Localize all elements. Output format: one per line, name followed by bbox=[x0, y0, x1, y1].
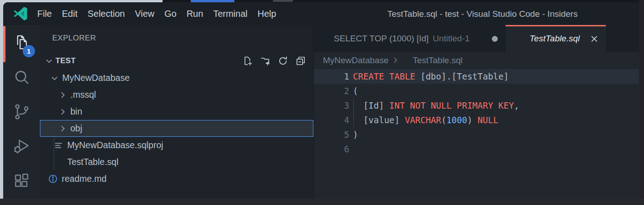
line-number: 1 bbox=[314, 71, 349, 81]
database-icon bbox=[517, 35, 525, 43]
vscode-window: File Edit Selection View Go Run Terminal… bbox=[3, 2, 639, 199]
line-number: 6 bbox=[314, 144, 349, 154]
sqlproj-file-icon bbox=[54, 141, 63, 150]
code-line-3: 3 [Id] INT NOT NULL PRIMARY KEY, bbox=[314, 98, 639, 113]
tree-item-label: .mssql bbox=[70, 90, 96, 100]
close-icon[interactable] bbox=[590, 35, 599, 43]
chevron-right-icon bbox=[58, 107, 67, 116]
code-line-1: 1 CREATE TABLE [dbo].[TestTable] bbox=[314, 69, 639, 84]
chevron-right-icon bbox=[392, 57, 399, 64]
workbench: 1 bbox=[3, 25, 639, 199]
code-text: ) bbox=[349, 130, 358, 140]
tree-item-sqlproj[interactable]: MyNewDatabase.sqlproj bbox=[40, 137, 313, 154]
tab-label: SELECT TOP (1000) [Id] bbox=[334, 34, 429, 44]
menu-item-file[interactable]: File bbox=[32, 2, 57, 25]
code-text: ( bbox=[349, 86, 358, 96]
workspace-section-header[interactable]: TEST bbox=[40, 52, 313, 70]
line-number: 2 bbox=[314, 86, 349, 96]
background-right-strip bbox=[639, 0, 644, 205]
menu-item-go[interactable]: Go bbox=[159, 2, 182, 25]
file-tree: MyNewDatabase .mssql bin bbox=[40, 70, 313, 187]
info-icon bbox=[48, 174, 58, 184]
database-icon bbox=[402, 56, 410, 64]
chevron-right-icon bbox=[58, 90, 67, 100]
background-bottom-strip bbox=[0, 199, 644, 205]
editor-group: SELECT TOP (1000) [Id] Untitled-1 bbox=[313, 25, 639, 199]
workspace-section-label: TEST bbox=[55, 56, 76, 65]
code-line-2: 2 ( bbox=[314, 84, 639, 98]
line-number: 4 bbox=[314, 115, 349, 125]
explorer-pane-header: EXPLORER bbox=[40, 31, 313, 45]
code-line-4: 4 [value] VARCHAR(1000) NULL bbox=[314, 113, 639, 127]
menu-item-terminal[interactable]: Terminal bbox=[208, 2, 253, 25]
tree-item-label: bin bbox=[70, 106, 82, 117]
code-text: [Id] INT NOT NULL PRIMARY KEY, bbox=[349, 100, 519, 110]
vscode-insiders-logo-icon bbox=[12, 5, 29, 22]
chevron-right-icon bbox=[58, 124, 67, 133]
activity-source-control-button[interactable] bbox=[3, 95, 40, 129]
unsaved-changes-dot[interactable] bbox=[492, 36, 498, 42]
code-line-6: 6 bbox=[314, 142, 639, 156]
search-icon bbox=[13, 68, 31, 86]
explorer-badge: 1 bbox=[23, 45, 35, 57]
tree-item-readme-md[interactable]: readme.md bbox=[40, 170, 313, 187]
title-bar: File Edit Selection View Go Run Terminal… bbox=[3, 2, 639, 25]
menu-item-help[interactable]: Help bbox=[253, 2, 281, 25]
code-editor[interactable]: 1 CREATE TABLE [dbo].[TestTable] 2 ( 3 [… bbox=[314, 68, 639, 199]
activity-bar: 1 bbox=[3, 25, 40, 199]
menu-item-edit[interactable]: Edit bbox=[57, 2, 82, 25]
tree-item-label: MyNewDatabase.sqlproj bbox=[67, 140, 163, 150]
menu-item-view[interactable]: View bbox=[130, 2, 159, 25]
new-file-icon[interactable] bbox=[243, 56, 253, 66]
code-line-5: 5 ) bbox=[314, 127, 639, 142]
new-folder-icon[interactable] bbox=[260, 56, 270, 66]
line-number: 5 bbox=[314, 130, 349, 140]
tree-item-label: MyNewDatabase bbox=[62, 73, 129, 83]
debug-play-bug-icon bbox=[13, 137, 31, 155]
breadcrumb: MyNewDatabase TestTable.sql bbox=[314, 52, 639, 68]
screenshot-root: File Edit Selection View Go Run Terminal… bbox=[0, 0, 644, 205]
tree-item-mynewdatabase[interactable]: MyNewDatabase bbox=[40, 70, 313, 86]
activity-search-button[interactable] bbox=[3, 60, 40, 94]
breadcrumb-item-file[interactable]: TestTable.sql bbox=[413, 55, 463, 65]
activity-explorer-button[interactable]: 1 bbox=[3, 25, 40, 60]
tree-item-label: TestTable.sql bbox=[67, 157, 119, 167]
window-title: TestTable.sql - test - Visual Studio Cod… bbox=[387, 2, 578, 26]
tree-item-mssql[interactable]: .mssql bbox=[40, 86, 313, 103]
collapse-all-icon[interactable] bbox=[296, 56, 306, 66]
tree-item-label: readme.md bbox=[62, 174, 107, 184]
explorer-title: EXPLORER bbox=[52, 34, 96, 43]
activity-extensions-button[interactable] bbox=[3, 164, 40, 199]
breadcrumb-item-folder[interactable]: MyNewDatabase bbox=[323, 55, 389, 65]
code-text: [value] VARCHAR(1000) NULL bbox=[349, 115, 498, 125]
database-icon bbox=[54, 158, 63, 167]
tree-item-testtable-sql[interactable]: TestTable.sql bbox=[40, 154, 313, 170]
explorer-sidebar: EXPLORER TEST bbox=[40, 25, 313, 199]
menu-bar: File Edit Selection View Go Run Terminal… bbox=[32, 2, 281, 25]
tab-description: Untitled-1 bbox=[433, 34, 470, 44]
tab-testtable-sql[interactable]: TestTable.sql bbox=[505, 25, 606, 52]
code-text: CREATE TABLE [dbo].[TestTable] bbox=[349, 71, 509, 81]
activity-run-debug-button[interactable] bbox=[3, 129, 40, 164]
database-icon bbox=[321, 35, 330, 43]
menu-item-run[interactable]: Run bbox=[182, 2, 208, 25]
refresh-icon[interactable] bbox=[278, 56, 288, 66]
background-window-fragment-dash bbox=[273, 0, 293, 2]
line-number: 3 bbox=[314, 100, 349, 110]
section-actions bbox=[243, 56, 306, 66]
tab-label: TestTable.sql bbox=[530, 34, 580, 44]
tree-item-obj[interactable]: obj bbox=[40, 120, 313, 137]
tab-bar: SELECT TOP (1000) [Id] Untitled-1 bbox=[314, 25, 639, 52]
extensions-icon bbox=[13, 172, 31, 190]
tree-item-label: obj bbox=[70, 123, 82, 134]
more-actions-icon[interactable] bbox=[291, 33, 301, 43]
git-branch-icon bbox=[13, 103, 31, 121]
chevron-down-icon bbox=[45, 56, 54, 65]
menu-item-selection[interactable]: Selection bbox=[83, 2, 130, 25]
chevron-down-icon bbox=[50, 74, 59, 83]
tree-item-bin[interactable]: bin bbox=[40, 103, 313, 120]
tab-untitled-1[interactable]: SELECT TOP (1000) [Id] Untitled-1 bbox=[314, 25, 505, 52]
